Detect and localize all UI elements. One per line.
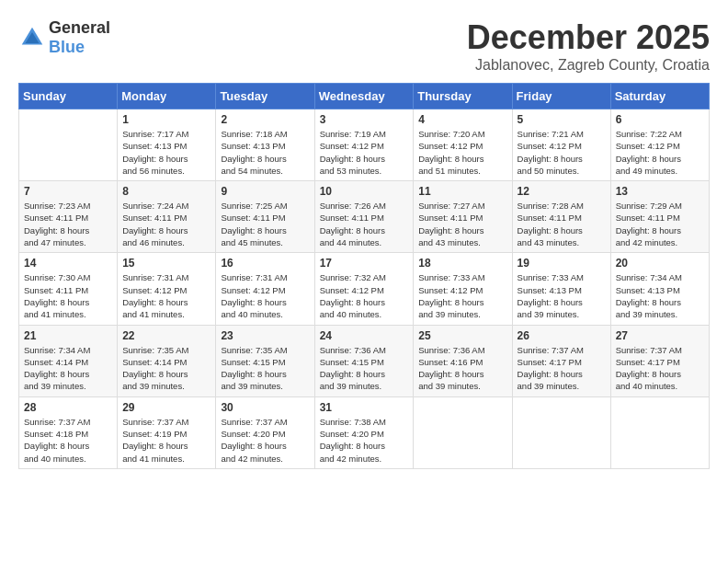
day-info: Sunrise: 7:17 AMSunset: 4:13 PMDaylight:… xyxy=(122,128,210,177)
day-number: 18 xyxy=(418,257,506,270)
calendar-cell xyxy=(19,109,118,181)
day-number: 6 xyxy=(616,113,704,126)
calendar-cell: 13Sunrise: 7:29 AMSunset: 4:11 PMDayligh… xyxy=(610,181,709,253)
day-info: Sunrise: 7:33 AMSunset: 4:12 PMDaylight:… xyxy=(418,271,506,320)
calendar-week-1: 1Sunrise: 7:17 AMSunset: 4:13 PMDaylight… xyxy=(19,109,710,181)
calendar-cell: 11Sunrise: 7:27 AMSunset: 4:11 PMDayligh… xyxy=(414,181,512,253)
day-number: 23 xyxy=(221,329,309,342)
day-number: 2 xyxy=(221,113,309,126)
calendar-cell: 30Sunrise: 7:37 AMSunset: 4:20 PMDayligh… xyxy=(216,396,314,468)
header-wednesday: Wednesday xyxy=(314,84,414,109)
day-info: Sunrise: 7:18 AMSunset: 4:13 PMDaylight:… xyxy=(221,128,309,177)
calendar-cell: 17Sunrise: 7:32 AMSunset: 4:12 PMDayligh… xyxy=(314,253,414,325)
day-number: 26 xyxy=(518,329,606,342)
calendar-cell: 24Sunrise: 7:36 AMSunset: 4:15 PMDayligh… xyxy=(314,325,414,396)
day-info: Sunrise: 7:32 AMSunset: 4:12 PMDaylight:… xyxy=(320,271,409,320)
day-info: Sunrise: 7:36 AMSunset: 4:16 PMDaylight:… xyxy=(418,344,506,393)
day-info: Sunrise: 7:24 AMSunset: 4:11 PMDaylight:… xyxy=(122,200,210,248)
day-number: 21 xyxy=(24,329,112,342)
calendar-cell: 29Sunrise: 7:37 AMSunset: 4:19 PMDayligh… xyxy=(118,396,216,468)
day-info: Sunrise: 7:21 AMSunset: 4:12 PMDaylight:… xyxy=(518,128,606,177)
day-number: 7 xyxy=(24,185,112,198)
header-thursday: Thursday xyxy=(414,84,512,109)
day-info: Sunrise: 7:22 AMSunset: 4:12 PMDaylight:… xyxy=(616,128,704,177)
day-number: 10 xyxy=(320,185,409,198)
day-info: Sunrise: 7:37 AMSunset: 4:19 PMDaylight:… xyxy=(122,416,210,465)
day-info: Sunrise: 7:25 AMSunset: 4:11 PMDaylight:… xyxy=(221,200,309,248)
day-info: Sunrise: 7:23 AMSunset: 4:11 PMDaylight:… xyxy=(24,200,112,248)
calendar-cell: 7Sunrise: 7:23 AMSunset: 4:11 PMDaylight… xyxy=(19,181,118,253)
logo-blue: Blue xyxy=(49,38,85,56)
day-info: Sunrise: 7:19 AMSunset: 4:12 PMDaylight:… xyxy=(320,128,409,177)
calendar-cell: 9Sunrise: 7:25 AMSunset: 4:11 PMDaylight… xyxy=(216,181,314,253)
day-number: 22 xyxy=(122,329,210,342)
calendar-week-4: 21Sunrise: 7:34 AMSunset: 4:14 PMDayligh… xyxy=(19,325,710,396)
day-number: 1 xyxy=(122,113,210,126)
day-number: 27 xyxy=(616,329,704,342)
day-info: Sunrise: 7:37 AMSunset: 4:17 PMDaylight:… xyxy=(518,344,606,393)
calendar-cell: 1Sunrise: 7:17 AMSunset: 4:13 PMDaylight… xyxy=(118,109,216,181)
day-number: 12 xyxy=(518,185,606,198)
day-info: Sunrise: 7:37 AMSunset: 4:17 PMDaylight:… xyxy=(616,344,704,393)
header-monday: Monday xyxy=(118,84,216,109)
header-friday: Friday xyxy=(512,84,610,109)
calendar-week-5: 28Sunrise: 7:37 AMSunset: 4:18 PMDayligh… xyxy=(19,396,710,468)
calendar-cell: 21Sunrise: 7:34 AMSunset: 4:14 PMDayligh… xyxy=(19,325,118,396)
logo: General Blue xyxy=(18,18,110,57)
day-info: Sunrise: 7:33 AMSunset: 4:13 PMDaylight:… xyxy=(518,271,606,320)
day-info: Sunrise: 7:34 AMSunset: 4:14 PMDaylight:… xyxy=(24,344,112,393)
day-number: 8 xyxy=(122,185,210,198)
day-info: Sunrise: 7:28 AMSunset: 4:11 PMDaylight:… xyxy=(518,200,606,248)
calendar-cell: 31Sunrise: 7:38 AMSunset: 4:20 PMDayligh… xyxy=(314,396,414,468)
day-info: Sunrise: 7:35 AMSunset: 4:15 PMDaylight:… xyxy=(221,344,309,393)
calendar-cell: 5Sunrise: 7:21 AMSunset: 4:12 PMDaylight… xyxy=(512,109,610,181)
calendar-header-row: SundayMondayTuesdayWednesdayThursdayFrid… xyxy=(19,84,710,109)
day-info: Sunrise: 7:37 AMSunset: 4:20 PMDaylight:… xyxy=(221,416,309,465)
day-info: Sunrise: 7:29 AMSunset: 4:11 PMDaylight:… xyxy=(616,200,704,248)
calendar-cell: 25Sunrise: 7:36 AMSunset: 4:16 PMDayligh… xyxy=(414,325,512,396)
day-info: Sunrise: 7:30 AMSunset: 4:11 PMDaylight:… xyxy=(24,271,112,320)
day-number: 3 xyxy=(320,113,409,126)
calendar-cell: 14Sunrise: 7:30 AMSunset: 4:11 PMDayligh… xyxy=(19,253,118,325)
calendar-cell xyxy=(610,396,709,468)
logo-icon xyxy=(18,24,46,52)
location-title: Jablanovec, Zagreb County, Croatia xyxy=(467,57,710,74)
day-number: 13 xyxy=(616,185,704,198)
calendar-table: SundayMondayTuesdayWednesdayThursdayFrid… xyxy=(18,83,710,469)
day-number: 20 xyxy=(616,257,704,270)
day-info: Sunrise: 7:31 AMSunset: 4:12 PMDaylight:… xyxy=(122,271,210,320)
calendar-cell: 3Sunrise: 7:19 AMSunset: 4:12 PMDaylight… xyxy=(314,109,414,181)
day-number: 17 xyxy=(320,257,409,270)
calendar-cell: 20Sunrise: 7:34 AMSunset: 4:13 PMDayligh… xyxy=(610,253,709,325)
day-info: Sunrise: 7:26 AMSunset: 4:11 PMDaylight:… xyxy=(320,200,409,248)
day-info: Sunrise: 7:27 AMSunset: 4:11 PMDaylight:… xyxy=(418,200,506,248)
calendar-cell: 27Sunrise: 7:37 AMSunset: 4:17 PMDayligh… xyxy=(610,325,709,396)
calendar-week-2: 7Sunrise: 7:23 AMSunset: 4:11 PMDaylight… xyxy=(19,181,710,253)
day-info: Sunrise: 7:38 AMSunset: 4:20 PMDaylight:… xyxy=(320,416,409,465)
calendar-cell: 16Sunrise: 7:31 AMSunset: 4:12 PMDayligh… xyxy=(216,253,314,325)
day-number: 31 xyxy=(320,401,409,414)
calendar-cell: 18Sunrise: 7:33 AMSunset: 4:12 PMDayligh… xyxy=(414,253,512,325)
day-number: 30 xyxy=(221,401,309,414)
day-number: 9 xyxy=(221,185,309,198)
calendar-cell xyxy=(512,396,610,468)
day-info: Sunrise: 7:37 AMSunset: 4:18 PMDaylight:… xyxy=(24,416,112,465)
calendar-cell: 6Sunrise: 7:22 AMSunset: 4:12 PMDaylight… xyxy=(610,109,709,181)
logo-text: General Blue xyxy=(49,18,110,57)
day-info: Sunrise: 7:31 AMSunset: 4:12 PMDaylight:… xyxy=(221,271,309,320)
day-number: 25 xyxy=(418,329,506,342)
day-number: 14 xyxy=(24,257,112,270)
header-tuesday: Tuesday xyxy=(216,84,314,109)
calendar-cell: 10Sunrise: 7:26 AMSunset: 4:11 PMDayligh… xyxy=(314,181,414,253)
day-number: 5 xyxy=(518,113,606,126)
day-info: Sunrise: 7:20 AMSunset: 4:12 PMDaylight:… xyxy=(418,128,506,177)
day-info: Sunrise: 7:35 AMSunset: 4:14 PMDaylight:… xyxy=(122,344,210,393)
day-number: 15 xyxy=(122,257,210,270)
day-number: 4 xyxy=(418,113,506,126)
calendar-cell: 22Sunrise: 7:35 AMSunset: 4:14 PMDayligh… xyxy=(118,325,216,396)
day-number: 11 xyxy=(418,185,506,198)
logo-general: General xyxy=(49,18,110,37)
calendar-cell: 2Sunrise: 7:18 AMSunset: 4:13 PMDaylight… xyxy=(216,109,314,181)
day-number: 28 xyxy=(24,401,112,414)
day-number: 29 xyxy=(122,401,210,414)
